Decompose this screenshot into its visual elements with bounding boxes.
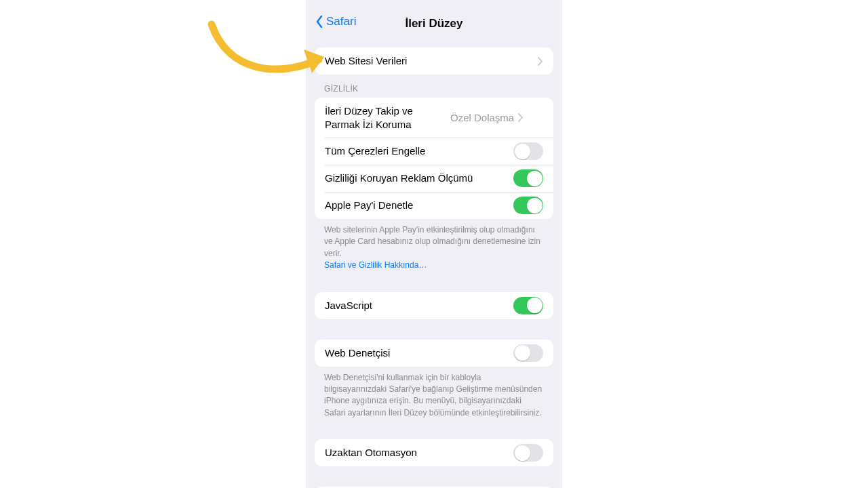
row-label: Apple Pay'i Denetle [325,192,513,219]
toggle-javascript[interactable] [513,297,543,314]
row-block-cookies: Tüm Çerezleri Engelle [315,138,553,165]
page-title: İleri Düzey [306,17,562,30]
group-website-data: Web Sitesi Verileri [315,47,553,75]
privacy-footer: Web sitelerinin Apple Pay'in etkinleştir… [315,219,553,272]
toggle-apple-pay[interactable] [513,197,543,214]
group-web-inspector: Web Denetçisi [315,340,553,367]
row-label: JavaScript [325,292,513,319]
toggle-block-cookies[interactable] [513,142,543,160]
row-label: Web Denetçisi [325,340,513,367]
row-label: Tüm Çerezleri Engelle [325,138,513,165]
group-remote-automation: Uzaktan Otomasyon [315,439,553,466]
toggle-remote-automation[interactable] [513,444,543,462]
privacy-footer-text: Web sitelerinin Apple Pay'in etkinleştir… [324,225,540,258]
row-ad-measurement: Gizliliği Koruyan Reklam Ölçümü [315,165,553,192]
group-privacy: İleri Düzey Takip ve Parmak İzi Koruma Ö… [315,98,553,219]
row-value: Özel Dolaşma [450,112,514,123]
web-inspector-footer: Web Denetçisi'ni kullanmak için bir kabl… [315,367,553,420]
toggle-web-inspector[interactable] [513,344,543,362]
row-label: İleri Düzey Takip ve Parmak İzi Koruma [325,98,450,138]
toggle-ad-measurement[interactable] [513,169,543,187]
settings-panel: Safari İleri Düzey Web Sitesi Verileri G… [306,0,562,488]
chevron-right-icon [538,57,543,66]
chevron-right-icon [518,113,524,122]
row-web-inspector: Web Denetçisi [315,340,553,367]
row-tracking-protection[interactable]: İleri Düzey Takip ve Parmak İzi Koruma Ö… [315,98,553,138]
row-label: Web Sitesi Verileri [325,47,538,75]
privacy-header: GİZLİLİK [315,75,553,98]
row-remote-automation: Uzaktan Otomasyon [315,439,553,466]
row-apple-pay: Apple Pay'i Denetle [315,192,553,219]
group-javascript: JavaScript [315,292,553,319]
row-javascript: JavaScript [315,292,553,319]
row-label: Gizliliği Koruyan Reklam Ölçümü [325,165,513,192]
nav-bar: Safari İleri Düzey [306,0,562,38]
row-website-data[interactable]: Web Sitesi Verileri [315,47,553,75]
row-label: Uzaktan Otomasyon [325,439,513,466]
privacy-link[interactable]: Safari ve Gizlilik Hakkında… [324,260,427,270]
